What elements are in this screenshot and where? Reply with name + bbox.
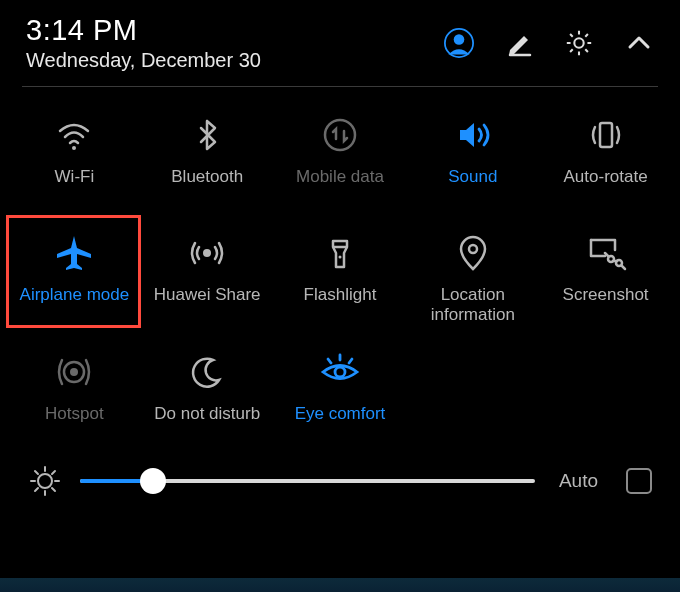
tile-do-not-disturb[interactable]: Do not disturb	[141, 336, 274, 454]
time-label: 3:14 PM	[26, 14, 261, 47]
tile-label: Wi-Fi	[55, 167, 95, 187]
tile-huawei-share[interactable]: Huawei Share	[141, 217, 274, 336]
svg-point-18	[335, 367, 345, 377]
user-avatar-button[interactable]	[444, 28, 474, 58]
tile-wifi[interactable]: Wi-Fi	[8, 99, 141, 217]
sound-icon	[451, 113, 495, 157]
edit-button[interactable]	[504, 28, 534, 58]
tile-label: Do not disturb	[154, 404, 260, 424]
svg-point-9	[338, 256, 341, 259]
svg-line-21	[349, 359, 352, 363]
brightness-icon	[28, 464, 62, 498]
brightness-row: Auto	[0, 454, 680, 498]
chevron-up-icon	[624, 28, 654, 58]
tile-eye-comfort[interactable]: Eye comfort	[274, 336, 407, 454]
auto-rotate-icon	[584, 113, 628, 157]
settings-button[interactable]	[564, 28, 594, 58]
tile-location[interactable]: Location information	[406, 217, 539, 336]
wifi-icon	[52, 113, 96, 157]
tile-label: Mobile data	[296, 167, 384, 187]
user-avatar-icon	[444, 26, 474, 60]
svg-line-28	[52, 488, 55, 491]
svg-point-10	[469, 245, 477, 253]
tile-label: Flashlight	[304, 285, 377, 305]
quick-settings-panel: 3:14 PM Wednesday, December 30	[0, 0, 680, 592]
tile-hotspot[interactable]: Hotspot	[8, 336, 141, 454]
tile-mobile-data[interactable]: Mobile data	[274, 99, 407, 217]
bottom-strip	[0, 578, 680, 592]
tile-label: Hotspot	[45, 404, 104, 424]
svg-point-4	[72, 146, 76, 150]
svg-point-5	[325, 120, 355, 150]
tile-auto-rotate[interactable]: Auto-rotate	[539, 99, 672, 217]
screenshot-icon	[584, 231, 628, 275]
flashlight-icon	[318, 231, 362, 275]
svg-rect-8	[333, 241, 347, 247]
svg-line-29	[35, 488, 38, 491]
tile-label: Bluetooth	[171, 167, 243, 187]
tile-airplane-mode[interactable]: Airplane mode	[8, 217, 141, 336]
tile-label: Sound	[448, 167, 497, 187]
brightness-thumb[interactable]	[140, 468, 166, 494]
svg-line-20	[328, 359, 331, 363]
gear-icon	[564, 27, 594, 59]
svg-line-27	[35, 471, 38, 474]
eye-icon	[318, 350, 362, 394]
mobile-data-icon	[318, 113, 362, 157]
hotspot-icon	[52, 350, 96, 394]
tile-label: Huawei Share	[154, 285, 261, 305]
header: 3:14 PM Wednesday, December 30	[0, 0, 680, 82]
bluetooth-icon	[185, 113, 229, 157]
location-icon	[451, 231, 495, 275]
header-actions	[444, 28, 654, 58]
svg-line-30	[52, 471, 55, 474]
pencil-icon	[504, 28, 534, 58]
svg-point-1	[454, 34, 465, 45]
tile-label: Screenshot	[563, 285, 649, 305]
tile-label: Auto-rotate	[564, 167, 648, 187]
moon-icon	[185, 350, 229, 394]
airplane-icon	[52, 231, 96, 275]
tile-sound[interactable]: Sound	[406, 99, 539, 217]
datetime[interactable]: 3:14 PM Wednesday, December 30	[26, 14, 261, 72]
auto-brightness-label: Auto	[559, 470, 598, 492]
tile-flashlight[interactable]: Flashlight	[274, 217, 407, 336]
svg-point-3	[574, 38, 583, 47]
svg-rect-6	[600, 123, 612, 147]
huawei-share-icon	[185, 231, 229, 275]
tile-label: Airplane mode	[20, 285, 130, 305]
svg-point-7	[203, 249, 211, 257]
tile-bluetooth[interactable]: Bluetooth	[141, 99, 274, 217]
collapse-button[interactable]	[624, 28, 654, 58]
brightness-slider[interactable]	[80, 469, 535, 493]
auto-brightness-checkbox[interactable]	[626, 468, 652, 494]
tile-label: Location information	[410, 285, 535, 326]
svg-point-22	[38, 474, 52, 488]
tile-screenshot[interactable]: Screenshot	[539, 217, 672, 336]
date-label: Wednesday, December 30	[26, 49, 261, 72]
tile-label: Eye comfort	[295, 404, 386, 424]
tiles-grid: Wi-Fi Bluetooth Mobile data	[0, 87, 680, 454]
svg-line-14	[622, 266, 625, 269]
svg-point-16	[70, 368, 78, 376]
